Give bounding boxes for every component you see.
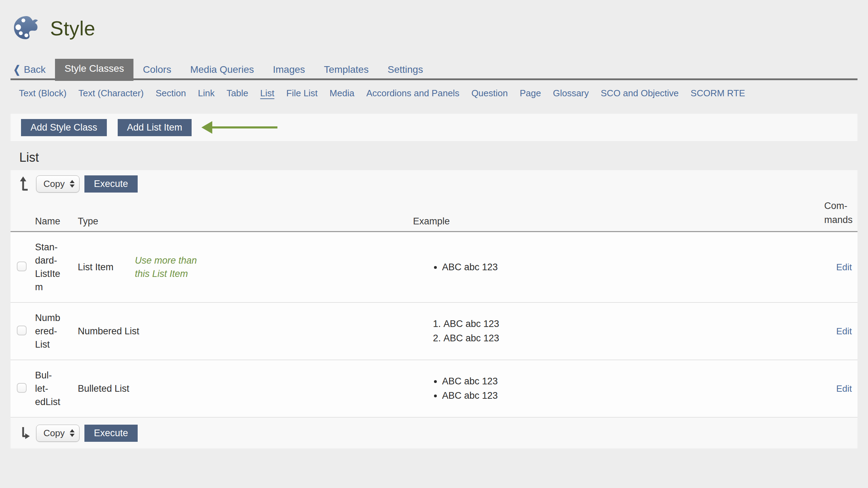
row-usage-note: Use more than this List Item [135,254,208,280]
row-select-checkbox[interactable] [17,383,27,393]
action-panel: Add Style Class Add List Item [11,114,857,141]
row-select-checkbox[interactable] [17,326,27,335]
column-header-type: Type [78,216,135,227]
table-row-bulleted-list: Bul- let- edList Bulleted List ABC abc 1… [11,360,857,417]
execute-button-top[interactable]: Execute [84,175,138,193]
subnav-item-link[interactable]: Link [198,86,215,101]
bulk-bar-top: Copy Execute [11,170,857,197]
apply-above-arrow-icon [19,176,32,192]
row-type: Bulleted List [78,383,135,394]
row-select-checkbox[interactable] [17,262,27,271]
section-heading: List [19,150,857,165]
row-type: Numbered List [78,326,135,337]
bulk-bar-bottom: Copy Execute [11,417,857,448]
subnav-item-scorm-rte[interactable]: SCORM RTE [691,86,745,101]
subnav-item-question[interactable]: Question [471,86,508,101]
row-name: Bul- let- edList [35,369,78,409]
apply-below-arrow-icon [19,425,32,441]
bulk-action-select-wrap: Copy [36,175,80,193]
table-header-row: Name Type Example Com- mands [11,197,857,231]
bulk-action-select-wrap: Copy [36,425,80,442]
app-header: Style [0,0,868,43]
palette-icon [12,14,40,43]
page-title: Style [50,17,95,40]
tab-images[interactable]: Images [263,61,315,78]
add-style-class-button[interactable]: Add Style Class [21,119,107,136]
execute-button-bottom[interactable]: Execute [84,425,138,442]
subnav-item-glossary[interactable]: Glossary [553,86,589,101]
edit-link[interactable]: Edit [836,326,852,336]
subnav-item-page[interactable]: Page [520,86,541,101]
row-example: ABC abc 123 ABC abc 123 [240,317,805,346]
tab-colors[interactable]: Colors [133,61,181,78]
subnav-item-file-list[interactable]: File List [286,86,318,101]
table-row-numbered-list: Numb ered- List Numbered List ABC abc 12… [11,302,857,360]
subnav-item-list[interactable]: List [260,86,274,101]
subnav-item-accordions-and-panels[interactable]: Accordions and Panels [366,86,460,101]
style-class-table: Copy Execute Name Type Example Com- mand… [11,170,857,448]
row-type: List Item [78,262,135,273]
column-header-example: Example [413,216,805,227]
tab-style-classes[interactable]: Style Classes [55,59,133,78]
subnav-item-table[interactable]: Table [227,86,248,101]
tab-bar: ❮ Back Style Classes Colors Media Querie… [11,59,857,80]
subnav-item-media[interactable]: Media [330,86,354,101]
subnav-item-text-character[interactable]: Text (Character) [78,86,144,101]
back-button[interactable]: ❮ Back [11,61,55,78]
edit-link[interactable]: Edit [836,262,852,272]
column-header-commands: Com- mands [824,199,857,227]
table-row-standard-list-item: Stan- dard- ListIte m List Item Use more… [11,232,857,302]
tab-settings[interactable]: Settings [378,61,432,78]
row-example: ABC abc 123 ABC abc 123 [240,374,805,403]
tab-templates[interactable]: Templates [315,61,378,78]
bulk-action-select-top[interactable]: Copy [36,175,80,193]
left-arrow-annotation-icon [201,121,277,134]
chevron-left-icon: ❮ [13,64,20,76]
edit-link[interactable]: Edit [836,383,852,394]
row-name: Stan- dard- ListIte m [35,240,78,294]
bulk-action-select-bottom[interactable]: Copy [36,425,80,442]
add-list-item-button[interactable]: Add List Item [118,119,192,136]
row-example: ABC abc 123 [240,260,805,274]
subnav: Text (Block) Text (Character) Section Li… [19,86,857,101]
subnav-item-sco-and-objective[interactable]: SCO and Objective [601,86,679,101]
row-name: Numb ered- List [35,311,78,351]
tab-media-queries[interactable]: Media Queries [181,61,263,78]
subnav-item-text-block[interactable]: Text (Block) [19,86,67,101]
column-header-name: Name [35,216,78,227]
subnav-item-section[interactable]: Section [156,86,186,101]
